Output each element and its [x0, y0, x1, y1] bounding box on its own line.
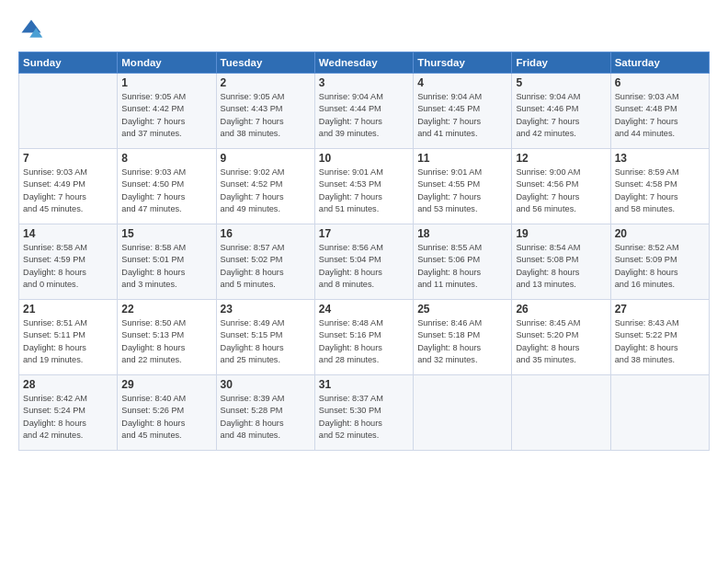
- day-info: Sunrise: 9:01 AM Sunset: 4:53 PM Dayligh…: [319, 167, 409, 215]
- calendar-cell: 29Sunrise: 8:40 AM Sunset: 5:26 PM Dayli…: [118, 375, 216, 451]
- calendar-cell: 10Sunrise: 9:01 AM Sunset: 4:53 PM Dayli…: [314, 149, 413, 224]
- day-info: Sunrise: 8:57 AM Sunset: 5:02 PM Dayligh…: [221, 242, 311, 291]
- calendar-cell: 20Sunrise: 8:52 AM Sunset: 5:09 PM Dayli…: [610, 224, 709, 300]
- calendar-cell: 31Sunrise: 8:37 AM Sunset: 5:30 PM Dayli…: [314, 375, 413, 451]
- calendar-cell: 30Sunrise: 8:39 AM Sunset: 5:28 PM Dayli…: [216, 375, 314, 451]
- day-number: 15: [121, 227, 211, 240]
- day-info: Sunrise: 8:58 AM Sunset: 5:01 PM Dayligh…: [121, 242, 211, 291]
- calendar-cell: [512, 375, 610, 451]
- day-info: Sunrise: 9:04 AM Sunset: 4:45 PM Dayligh…: [417, 91, 507, 140]
- day-number: 9: [221, 152, 311, 165]
- day-info: Sunrise: 8:46 AM Sunset: 5:18 PM Dayligh…: [417, 317, 507, 366]
- day-number: 29: [121, 378, 211, 391]
- calendar-cell: 17Sunrise: 8:56 AM Sunset: 5:04 PM Dayli…: [314, 224, 413, 300]
- calendar-cell: 14Sunrise: 8:58 AM Sunset: 4:59 PM Dayli…: [19, 224, 118, 300]
- weekday-header-thursday: Thursday: [414, 52, 512, 74]
- calendar-cell: 19Sunrise: 8:54 AM Sunset: 5:08 PM Dayli…: [512, 224, 610, 300]
- day-number: 8: [121, 152, 211, 165]
- calendar-cell: 6Sunrise: 9:03 AM Sunset: 4:48 PM Daylig…: [610, 74, 709, 149]
- day-number: 28: [23, 378, 113, 391]
- day-info: Sunrise: 9:00 AM Sunset: 4:56 PM Dayligh…: [516, 167, 606, 215]
- page: SundayMondayTuesdayWednesdayThursdayFrid…: [0, 0, 728, 563]
- day-info: Sunrise: 8:52 AM Sunset: 5:09 PM Dayligh…: [615, 242, 705, 291]
- weekday-header-saturday: Saturday: [610, 52, 709, 74]
- day-number: 13: [615, 152, 705, 165]
- calendar-cell: 16Sunrise: 8:57 AM Sunset: 5:02 PM Dayli…: [216, 224, 314, 300]
- calendar-cell: 4Sunrise: 9:04 AM Sunset: 4:45 PM Daylig…: [414, 74, 512, 149]
- day-info: Sunrise: 9:03 AM Sunset: 4:50 PM Dayligh…: [121, 167, 211, 215]
- week-row-5: 28Sunrise: 8:42 AM Sunset: 5:24 PM Dayli…: [19, 375, 710, 451]
- day-info: Sunrise: 8:43 AM Sunset: 5:22 PM Dayligh…: [615, 317, 705, 366]
- day-number: 2: [221, 76, 311, 89]
- calendar-cell: [610, 375, 709, 451]
- calendar-cell: 23Sunrise: 8:49 AM Sunset: 5:15 PM Dayli…: [216, 300, 314, 375]
- day-number: 3: [319, 76, 409, 89]
- calendar-cell: 5Sunrise: 9:04 AM Sunset: 4:46 PM Daylig…: [512, 74, 610, 149]
- day-info: Sunrise: 8:48 AM Sunset: 5:16 PM Dayligh…: [319, 317, 409, 366]
- day-number: 16: [221, 227, 311, 240]
- calendar-cell: 3Sunrise: 9:04 AM Sunset: 4:44 PM Daylig…: [314, 74, 413, 149]
- logo-icon: [18, 17, 44, 42]
- day-info: Sunrise: 9:05 AM Sunset: 4:42 PM Dayligh…: [121, 91, 211, 140]
- day-number: 6: [615, 76, 705, 89]
- day-number: 31: [319, 378, 409, 391]
- calendar-cell: [19, 74, 118, 149]
- calendar-body: 1Sunrise: 9:05 AM Sunset: 4:42 PM Daylig…: [19, 74, 710, 451]
- day-info: Sunrise: 8:58 AM Sunset: 4:59 PM Dayligh…: [23, 242, 113, 291]
- calendar-cell: [414, 375, 512, 451]
- week-row-2: 7Sunrise: 9:03 AM Sunset: 4:49 PM Daylig…: [19, 149, 710, 224]
- weekday-header-monday: Monday: [118, 52, 216, 74]
- day-number: 21: [23, 303, 113, 316]
- day-info: Sunrise: 8:50 AM Sunset: 5:13 PM Dayligh…: [121, 317, 211, 366]
- day-number: 25: [417, 303, 507, 316]
- day-number: 7: [23, 152, 113, 165]
- calendar-header: SundayMondayTuesdayWednesdayThursdayFrid…: [19, 52, 710, 74]
- calendar-cell: 7Sunrise: 9:03 AM Sunset: 4:49 PM Daylig…: [19, 149, 118, 224]
- day-info: Sunrise: 8:40 AM Sunset: 5:26 PM Dayligh…: [121, 393, 211, 442]
- day-info: Sunrise: 9:05 AM Sunset: 4:43 PM Dayligh…: [221, 91, 311, 140]
- day-info: Sunrise: 8:39 AM Sunset: 5:28 PM Dayligh…: [221, 393, 311, 442]
- calendar-cell: 24Sunrise: 8:48 AM Sunset: 5:16 PM Dayli…: [314, 300, 413, 375]
- day-number: 27: [615, 303, 705, 316]
- calendar-cell: 9Sunrise: 9:02 AM Sunset: 4:52 PM Daylig…: [216, 149, 314, 224]
- weekday-header-row: SundayMondayTuesdayWednesdayThursdayFrid…: [19, 52, 710, 74]
- calendar-cell: 21Sunrise: 8:51 AM Sunset: 5:11 PM Dayli…: [19, 300, 118, 375]
- calendar-cell: 2Sunrise: 9:05 AM Sunset: 4:43 PM Daylig…: [216, 74, 314, 149]
- day-number: 4: [417, 76, 507, 89]
- week-row-1: 1Sunrise: 9:05 AM Sunset: 4:42 PM Daylig…: [19, 74, 710, 149]
- day-info: Sunrise: 9:02 AM Sunset: 4:52 PM Dayligh…: [221, 167, 311, 215]
- week-row-3: 14Sunrise: 8:58 AM Sunset: 4:59 PM Dayli…: [19, 224, 710, 300]
- calendar-cell: 18Sunrise: 8:55 AM Sunset: 5:06 PM Dayli…: [414, 224, 512, 300]
- calendar-cell: 15Sunrise: 8:58 AM Sunset: 5:01 PM Dayli…: [118, 224, 216, 300]
- day-info: Sunrise: 8:49 AM Sunset: 5:15 PM Dayligh…: [221, 317, 311, 366]
- day-number: 11: [417, 152, 507, 165]
- day-info: Sunrise: 8:56 AM Sunset: 5:04 PM Dayligh…: [319, 242, 409, 291]
- header: [18, 17, 710, 42]
- day-info: Sunrise: 8:59 AM Sunset: 4:58 PM Dayligh…: [615, 167, 705, 215]
- day-info: Sunrise: 9:04 AM Sunset: 4:44 PM Dayligh…: [319, 91, 409, 140]
- calendar-cell: 26Sunrise: 8:45 AM Sunset: 5:20 PM Dayli…: [512, 300, 610, 375]
- day-number: 10: [319, 152, 409, 165]
- logo: [18, 17, 48, 42]
- day-info: Sunrise: 8:51 AM Sunset: 5:11 PM Dayligh…: [23, 317, 113, 366]
- day-info: Sunrise: 8:55 AM Sunset: 5:06 PM Dayligh…: [417, 242, 507, 291]
- weekday-header-sunday: Sunday: [19, 52, 118, 74]
- day-number: 17: [319, 227, 409, 240]
- week-row-4: 21Sunrise: 8:51 AM Sunset: 5:11 PM Dayli…: [19, 300, 710, 375]
- day-info: Sunrise: 9:03 AM Sunset: 4:48 PM Dayligh…: [615, 91, 705, 140]
- calendar-cell: 28Sunrise: 8:42 AM Sunset: 5:24 PM Dayli…: [19, 375, 118, 451]
- day-number: 23: [221, 303, 311, 316]
- day-number: 30: [221, 378, 311, 391]
- day-info: Sunrise: 9:03 AM Sunset: 4:49 PM Dayligh…: [23, 167, 113, 215]
- day-number: 14: [23, 227, 113, 240]
- day-info: Sunrise: 9:01 AM Sunset: 4:55 PM Dayligh…: [417, 167, 507, 215]
- day-info: Sunrise: 8:45 AM Sunset: 5:20 PM Dayligh…: [516, 317, 606, 366]
- day-info: Sunrise: 9:04 AM Sunset: 4:46 PM Dayligh…: [516, 91, 606, 140]
- weekday-header-friday: Friday: [512, 52, 610, 74]
- calendar-table: SundayMondayTuesdayWednesdayThursdayFrid…: [18, 52, 710, 451]
- calendar-cell: 27Sunrise: 8:43 AM Sunset: 5:22 PM Dayli…: [610, 300, 709, 375]
- day-info: Sunrise: 8:42 AM Sunset: 5:24 PM Dayligh…: [23, 393, 113, 442]
- day-info: Sunrise: 8:37 AM Sunset: 5:30 PM Dayligh…: [319, 393, 409, 442]
- day-number: 26: [516, 303, 606, 316]
- day-number: 20: [615, 227, 705, 240]
